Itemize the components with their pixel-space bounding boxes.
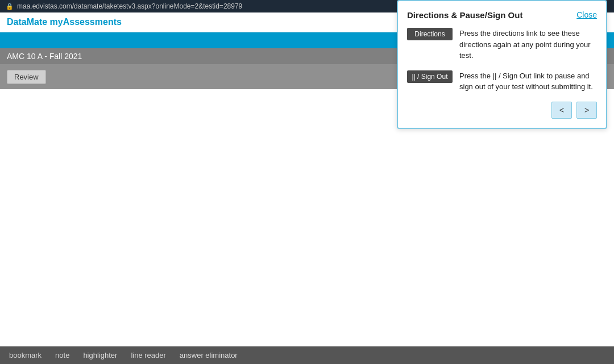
directions-row-2: || / Sign Out Press the || / Sign Out li… xyxy=(407,70,597,93)
popup-header: Directions & Pause/Sign Out Close xyxy=(407,10,597,20)
test-title: AMC 10 A - Fall 2021 xyxy=(7,52,82,61)
prev-button[interactable]: < xyxy=(551,102,572,119)
brand-title: DataMate myAssessments xyxy=(7,17,122,27)
bottom-toolbar: bookmark note highlighter line reader an… xyxy=(0,346,614,364)
directions-popup: Directions & Pause/Sign Out Close Direct… xyxy=(397,0,607,129)
directions-badge: Directions xyxy=(407,28,453,40)
bottom-note[interactable]: note xyxy=(55,351,69,359)
next-button[interactable]: > xyxy=(576,102,597,119)
bottom-answer-eliminator[interactable]: answer eliminator xyxy=(180,351,238,359)
close-button[interactable]: Close xyxy=(576,10,597,19)
directions-row-1: Directions Press the directions link to … xyxy=(407,28,597,61)
bottom-bookmark[interactable]: bookmark xyxy=(9,351,42,359)
directions-text-1: Press the directions link to see these d… xyxy=(459,28,597,61)
directions-text-2: Press the || / Sign Out link to pause an… xyxy=(459,70,597,93)
toolbar-bar: Review Directions & Pause/Sign Out Close… xyxy=(0,64,614,89)
bottom-highlighter[interactable]: highlighter xyxy=(83,351,117,359)
popup-title: Directions & Pause/Sign Out xyxy=(407,10,522,20)
lock-icon: 🔒 xyxy=(6,3,14,10)
review-button[interactable]: Review xyxy=(7,70,46,84)
signout-badge: || / Sign Out xyxy=(407,70,453,83)
bottom-line-reader[interactable]: line reader xyxy=(131,351,165,359)
browser-url: maa.edvistas.com/datamate/taketestv3.asp… xyxy=(17,2,242,10)
popup-nav: < > xyxy=(407,102,597,119)
